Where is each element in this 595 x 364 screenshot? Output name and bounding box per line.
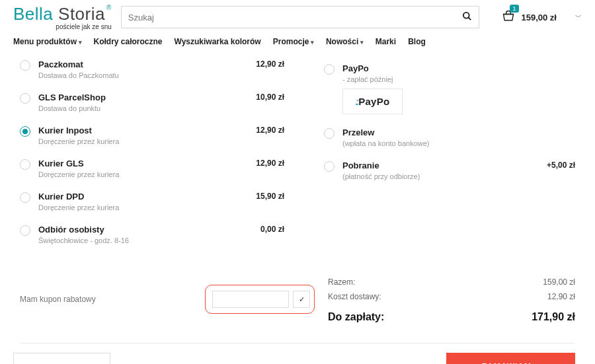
radio-icon[interactable] [324,161,335,172]
grand-total-label: Do zapłaty: [328,308,384,327]
nav-blog[interactable]: Blog [408,37,426,46]
option-title: Pobranie [342,161,528,170]
nav-news[interactable]: Nowości [326,37,364,46]
coupon-section: Mam kupon rabatowy ✓ [20,252,315,327]
option-title: GLS ParcelShop [38,92,237,102]
logo-word2: Storia [58,4,105,24]
coupon-label: Mam kupon rabatowy [20,295,192,304]
grand-total-value: 171,90 zł [532,308,575,327]
subtotal-value: 159,00 zł [543,275,575,290]
chevron-down-icon[interactable]: ﹀ [575,13,582,22]
option-price: 12,90 zł [245,126,284,135]
payment-column: PayPo - zapłać później .:PayPo Przelew(w… [298,54,575,252]
option-title: Kurier DPD [38,192,237,201]
nav-brands[interactable]: Marki [376,37,396,46]
option-sub: (płatność przy odbiorze) [342,172,528,180]
payment-option-paypo[interactable]: PayPo - zapłać później .:PayPo [324,54,575,122]
mini-cart[interactable]: 1 159,00 zł ﹀ [489,10,582,24]
coupon-highlight-box: ✓ [205,285,315,314]
option-price: +5,00 zł [536,161,575,170]
shipping-option-kurier-inpost[interactable]: Kurier InpostDoręczenie przez kuriera 12… [20,120,284,153]
option-title: Przelew [342,127,528,137]
nav-menu-products[interactable]: Menu produktów [13,37,82,46]
radio-icon[interactable] [20,192,30,203]
option-price: 10,90 zł [245,92,284,102]
paypo-logo-text: PayPo [358,96,389,107]
check-icon: ✓ [299,295,305,304]
option-sub: (wpłata na konto bankowe) [342,139,528,147]
logo-registered: ® [106,4,112,11]
payment-option-przelew[interactable]: Przelew(wpłata na konto bankowe) [324,122,575,155]
place-order-button[interactable]: ZAMAWIAM » [446,353,575,364]
checkout-actions: kontynuuj zakupy ZAMAWIAM » [0,344,595,364]
search-input[interactable] [128,13,462,22]
option-title: PayPo [342,63,528,73]
radio-icon[interactable] [20,159,30,170]
option-title: Odbiór osobisty [38,225,237,235]
option-price: 0,00 zł [245,225,284,234]
main-nav: Menu produktów Kołdry całoroczne Wyszuki… [0,34,595,54]
coupon-input[interactable] [212,291,289,308]
shipping-option-kurier-gls[interactable]: Kurier GLSDoręczenie przez kuriera 12,90… [20,153,284,186]
option-price: 15,90 zł [245,192,284,201]
option-title: Kurier GLS [38,159,237,168]
nav-promotions[interactable]: Promocje [273,37,314,46]
option-price: 12,90 zł [245,159,284,168]
option-sub: - zapłać później [342,75,528,83]
cart-count-badge: 1 [510,5,518,13]
option-title: Paczkomat [38,59,237,69]
logo-word1: Bella [13,4,58,24]
paypo-dots-icon: .: [355,96,357,107]
logo-tagline: pościele jak ze snu [56,23,112,30]
option-sub: Dostawa do punktu [38,104,237,112]
paypo-logo: .:PayPo [342,89,403,114]
logo[interactable]: Bella Storia® pościele jak ze snu [13,4,112,30]
svg-point-0 [463,13,469,18]
shipping-column: PaczkomatDostawa do Paczkomatu 12,90 zł … [20,54,284,252]
header: Bella Storia® pościele jak ze snu 1 159,… [0,0,595,34]
nav-color-search[interactable]: Wyszukiwarka kolorów [175,37,261,46]
option-sub: Doręczenie przez kuriera [38,170,237,178]
radio-icon[interactable] [20,60,30,71]
option-price: 12,90 zł [245,59,284,69]
payment-option-pobranie[interactable]: Pobranie(płatność przy odbiorze) +5,00 z… [324,155,575,188]
continue-shopping-button[interactable]: kontynuuj zakupy [13,353,110,364]
shipping-cost-value: 12,90 zł [547,290,575,305]
option-sub: Doręczenie przez kuriera [38,137,237,145]
coupon-and-totals: Mam kupon rabatowy ✓ Razem:159,00 zł Kos… [0,252,595,327]
option-sub: Doręczenie przez kuriera [38,203,237,211]
radio-icon[interactable] [20,93,30,104]
shipping-option-kurier-dpd[interactable]: Kurier DPDDoręczenie przez kuriera 15,90… [20,186,284,219]
shipping-cost-label: Koszt dostawy: [328,290,381,305]
radio-icon[interactable] [324,128,335,139]
shipping-option-gls-parcelshop[interactable]: GLS ParcelShopDostawa do punktu 10,90 zł [20,87,284,120]
radio-icon[interactable] [20,225,30,236]
shipping-option-pickup[interactable]: Odbiór osobistyŚwiętochłowice - godz. 8-… [20,219,284,252]
option-title: Kurier Inpost [38,126,237,135]
coupon-apply-button[interactable]: ✓ [293,291,310,308]
radio-icon[interactable] [324,64,335,75]
basket-icon: 1 [502,10,515,24]
option-sub: Dostawa do Paczkomatu [38,71,237,79]
checkout-options: PaczkomatDostawa do Paczkomatu 12,90 zł … [0,54,595,252]
svg-line-1 [468,17,471,20]
search-icon[interactable] [462,11,472,23]
cart-total: 159,00 zł [522,13,557,22]
shipping-option-paczkomat[interactable]: PaczkomatDostawa do Paczkomatu 12,90 zł [20,54,284,87]
order-totals: Razem:159,00 zł Koszt dostawy:12,90 zł D… [328,252,575,327]
radio-icon[interactable] [20,126,30,137]
option-sub: Świętochłowice - godz. 8-16 [38,237,237,244]
subtotal-label: Razem: [328,275,355,290]
nav-duvets[interactable]: Kołdry całoroczne [94,37,163,46]
search-bar[interactable] [121,6,479,28]
